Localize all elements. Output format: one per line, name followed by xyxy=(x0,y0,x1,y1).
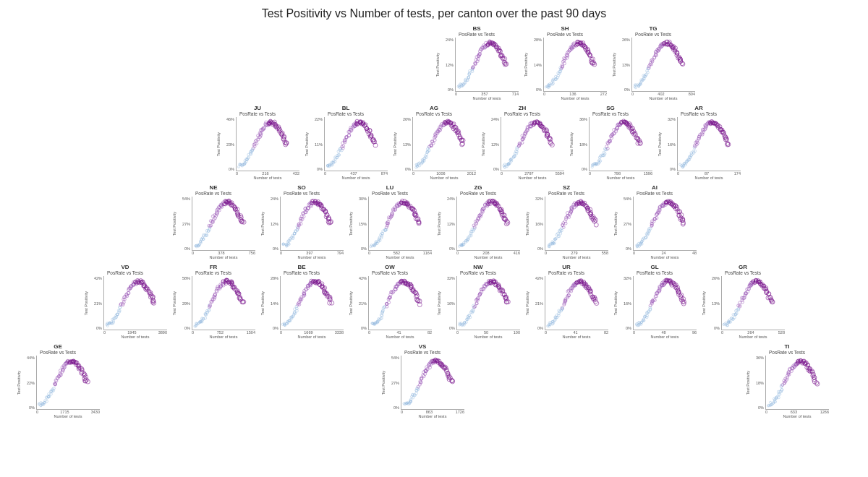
ytick-GE: 22% xyxy=(22,381,35,385)
ytick-SH: 28% xyxy=(529,38,542,42)
y-label-LU: Test Positivity xyxy=(349,212,353,236)
x-label-NW: Number of tests xyxy=(454,335,503,339)
canton-label-TG: TG xyxy=(649,25,657,32)
xtick-VS: 1726 xyxy=(456,410,464,414)
canton-label-VS: VS xyxy=(419,343,427,350)
y-label-SG: Test Positivity xyxy=(569,132,574,156)
x-label-SG: Number of tests xyxy=(587,176,635,180)
canton-label-TI: TI xyxy=(784,343,789,350)
chart-BE: BEPosRate vs TestsTest Positivity28%14%0… xyxy=(258,262,345,340)
plot-area-SO xyxy=(280,197,344,251)
canton-label-NW: NW xyxy=(473,264,482,270)
chart-subtitle-AI: PosRate vs Tests xyxy=(637,191,673,196)
y-label-TG: Test Positivity xyxy=(612,53,616,77)
ytick-AR: 32% xyxy=(663,117,676,121)
chart-GL: GLPosRate vs TestsTest Positivity32%16%0… xyxy=(611,262,698,340)
xtick-GR: 528 xyxy=(778,330,785,335)
xtick-NE: 756 xyxy=(249,251,255,255)
plot-area-AG xyxy=(412,117,476,171)
chart-FR: FRPosRate vs TestsTest Positivity58%29%0… xyxy=(170,262,257,340)
y-label-ZG: Test Positivity xyxy=(437,212,441,236)
x-label-AR: Number of tests xyxy=(675,176,723,180)
ytick-BL: 22% xyxy=(310,117,323,121)
plot-area-OW xyxy=(368,276,432,330)
chart-subtitle-BS: PosRate vs Tests xyxy=(459,32,495,37)
canton-label-VD: VD xyxy=(121,264,129,270)
xtick-JU: 432 xyxy=(293,171,299,176)
canton-label-AR: AR xyxy=(694,105,703,111)
svg-point-2181 xyxy=(415,392,418,395)
ytick-SG: 36% xyxy=(574,117,587,121)
chart-subtitle-TI: PosRate vs Tests xyxy=(769,350,805,355)
ytick-VS: 54% xyxy=(386,356,399,360)
chart-subtitle-SG: PosRate vs Tests xyxy=(592,111,629,116)
chart-subtitle-GL: PosRate vs Tests xyxy=(637,270,673,275)
plot-area-GL xyxy=(633,276,697,330)
svg-point-456 xyxy=(418,165,420,167)
y-label-VD: Test Positivity xyxy=(84,291,88,315)
ytick-LU: 30% xyxy=(354,197,367,201)
canton-label-SG: SG xyxy=(606,105,615,111)
chart-subtitle-LU: PosRate vs Tests xyxy=(372,191,408,196)
ytick-ZG: 12% xyxy=(442,222,455,226)
chart-subtitle-TG: PosRate vs Tests xyxy=(635,32,671,37)
ytick-SO: 12% xyxy=(265,222,278,226)
chart-ZG: ZGPosRate vs TestsTest Positivity24%12%0… xyxy=(435,183,522,261)
ytick-NE: 27% xyxy=(177,222,190,226)
x-label-GE: Number of tests xyxy=(34,414,82,418)
x-label-GR: Number of tests xyxy=(719,335,767,339)
plot-area-VD xyxy=(103,276,167,330)
chart-subtitle-BL: PosRate vs Tests xyxy=(328,111,364,116)
xtick-SZ: 558 xyxy=(602,251,608,255)
chart-TG: TGPosRate vs TestsTest Positivity26%13%0… xyxy=(610,24,697,102)
canton-label-OW: OW xyxy=(385,264,395,270)
chart-OW: OWPosRate vs TestsTest Positivity42%21%0… xyxy=(346,262,433,340)
svg-point-2254 xyxy=(770,401,772,403)
chart-subtitle-OW: PosRate vs Tests xyxy=(372,270,408,275)
canton-label-UR: UR xyxy=(562,264,571,270)
ytick-SH: 14% xyxy=(529,63,542,67)
chart-subtitle-SH: PosRate vs Tests xyxy=(547,32,583,37)
ytick-TI: 36% xyxy=(751,356,764,360)
xtick-AG: 2012 xyxy=(467,171,476,176)
xtick-BE: 3338 xyxy=(335,330,344,335)
ytick-BS: 24% xyxy=(441,38,454,42)
canton-label-GE: GE xyxy=(54,343,62,350)
y-label-JU: Test Positivity xyxy=(216,132,221,156)
chart-row-4: GEPosRate vs TestsTest Positivity44%22%0… xyxy=(7,342,861,420)
ytick-AG: 26% xyxy=(398,117,411,121)
y-label-AI: Test Positivity xyxy=(613,212,618,236)
chart-subtitle-BE: PosRate vs Tests xyxy=(284,270,320,275)
x-label-ZG: Number of tests xyxy=(454,255,503,259)
plot-area-NW xyxy=(456,276,520,330)
plot-area-ZH xyxy=(501,117,564,171)
canton-label-SH: SH xyxy=(561,25,569,32)
plot-area-TI xyxy=(765,356,829,410)
xtick-BL: 874 xyxy=(381,171,388,176)
y-label-GL: Test Positivity xyxy=(613,291,618,315)
svg-point-572 xyxy=(521,141,524,144)
plot-area-SZ xyxy=(545,197,608,251)
y-label-BS: Test Positivity xyxy=(435,53,440,77)
chart-AR: ARPosRate vs TestsTest Positivity32%16%0… xyxy=(655,103,742,181)
xtick-SH: 272 xyxy=(600,92,607,96)
plot-area-BS xyxy=(455,38,519,92)
chart-subtitle-GE: PosRate vs Tests xyxy=(40,350,76,355)
xtick-BS: 714 xyxy=(512,92,519,96)
ytick-OW: 21% xyxy=(354,301,367,306)
canton-label-BS: BS xyxy=(472,25,480,32)
chart-ZH: ZHPosRate vs TestsTest Positivity24%12%0… xyxy=(479,103,566,181)
y-label-SH: Test Positivity xyxy=(524,53,528,77)
chart-row-1: JUPosRate vs TestsTest Positivity46%23%0… xyxy=(7,103,861,181)
chart-subtitle-ZG: PosRate vs Tests xyxy=(460,191,496,196)
ytick-SZ: 16% xyxy=(530,222,543,226)
xtick-OW: 82 xyxy=(427,330,432,335)
chart-SO: SOPosRate vs TestsTest Positivity24%12%0… xyxy=(258,183,345,261)
page-title: Test Positivity vs Number of tests, per … xyxy=(0,0,868,24)
plot-area-AR xyxy=(677,117,741,171)
x-label-ZH: Number of tests xyxy=(498,176,547,180)
chart-NW: NWPosRate vs TestsTest Positivity32%16%0… xyxy=(435,262,522,340)
ytick-BE: 28% xyxy=(265,276,278,280)
chart-JU: JUPosRate vs TestsTest Positivity46%23%0… xyxy=(214,103,301,181)
ytick-SG: 18% xyxy=(574,142,587,147)
